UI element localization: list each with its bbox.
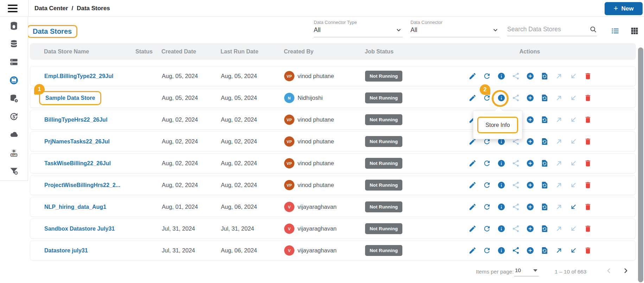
refresh-button[interactable] (483, 94, 491, 102)
restore-version-button[interactable] (540, 203, 549, 211)
import-arrow-button[interactable] (569, 116, 578, 124)
restore-version-button[interactable] (540, 116, 549, 124)
sidebar-item-cloud[interactable] (0, 126, 28, 144)
sidebar-item-data-stores[interactable] (0, 71, 28, 90)
import-arrow-button[interactable] (569, 181, 578, 189)
refresh-button[interactable] (483, 159, 491, 168)
delete-button[interactable] (584, 181, 592, 189)
export-arrow-button[interactable] (555, 181, 563, 189)
store-info-button[interactable] (497, 181, 505, 189)
import-arrow-button[interactable] (569, 225, 578, 233)
import-arrow-button[interactable] (569, 72, 578, 81)
restore-version-button[interactable] (540, 159, 549, 168)
delete-button[interactable] (584, 159, 592, 168)
edit-button[interactable] (468, 225, 477, 233)
import-arrow-button[interactable] (569, 137, 578, 146)
add-button[interactable] (526, 94, 534, 102)
import-arrow-button[interactable] (569, 159, 578, 168)
share-button[interactable] (511, 203, 520, 211)
add-button[interactable] (526, 72, 534, 81)
share-button[interactable] (511, 246, 520, 255)
import-arrow-button[interactable] (569, 203, 578, 211)
previous-page-button[interactable] (601, 264, 616, 278)
share-button[interactable] (511, 181, 520, 189)
sidebar-item-data-prep[interactable] (0, 162, 28, 180)
add-button[interactable] (526, 116, 534, 124)
delete-button[interactable] (584, 94, 592, 102)
export-arrow-button[interactable] (555, 116, 563, 124)
add-button[interactable] (526, 203, 534, 211)
edit-button[interactable] (468, 94, 477, 102)
export-arrow-button[interactable] (555, 246, 563, 255)
restore-version-button[interactable] (540, 72, 549, 81)
store-info-button[interactable] (497, 246, 505, 255)
grid-view-button[interactable] (629, 26, 640, 37)
sidebar-item-databases[interactable] (0, 35, 28, 53)
hamburger-menu-icon[interactable] (8, 4, 18, 13)
list-view-button[interactable] (610, 26, 620, 37)
delete-button[interactable] (584, 203, 592, 211)
restore-version-button[interactable] (540, 181, 549, 189)
datastore-name-link[interactable]: TaskWiseBilling22_26Jul (44, 160, 111, 166)
sidebar-item-datastore-home[interactable] (0, 17, 28, 35)
delete-button[interactable] (584, 225, 592, 233)
datastore-name-link[interactable]: NLP_hiring_data_Aug1 (44, 204, 106, 210)
export-arrow-button[interactable] (555, 72, 563, 81)
export-arrow-button[interactable] (555, 203, 563, 211)
add-button[interactable] (526, 225, 534, 233)
datastore-name-link[interactable]: Sandbox Datastore July31 (44, 226, 115, 232)
export-arrow-button[interactable] (555, 94, 563, 102)
edit-button[interactable] (468, 203, 477, 211)
search-input[interactable] (507, 26, 587, 33)
delete-button[interactable] (584, 72, 592, 81)
datastore-name-link[interactable]: PrjNamesTasks22_26Jul (44, 139, 110, 144)
store-info-button[interactable] (497, 203, 505, 211)
share-button[interactable] (511, 72, 520, 81)
refresh-button[interactable] (483, 225, 491, 233)
store-info-button[interactable] (497, 225, 505, 233)
edit-button[interactable] (468, 181, 477, 189)
vertical-scrollbar-thumb[interactable] (638, 47, 643, 282)
breadcrumb-data-center[interactable]: Data Center (34, 5, 68, 12)
import-arrow-button[interactable] (569, 246, 578, 255)
data-connector-type-select[interactable]: All (314, 25, 403, 37)
refresh-button[interactable] (483, 246, 491, 255)
restore-version-button[interactable] (540, 225, 549, 233)
add-button[interactable] (526, 159, 534, 168)
restore-version-button[interactable] (540, 94, 549, 102)
delete-button[interactable] (584, 137, 592, 146)
next-page-button[interactable] (618, 264, 633, 278)
breadcrumb-data-stores[interactable]: Data Stores (77, 5, 110, 12)
share-button[interactable] (511, 159, 520, 168)
new-button[interactable]: + New (605, 2, 643, 15)
add-button[interactable] (526, 246, 534, 255)
search-icon[interactable] (589, 26, 597, 33)
edit-button[interactable] (468, 246, 477, 255)
datastore-name-link[interactable]: Sample Data Store (45, 95, 95, 101)
add-button[interactable] (526, 137, 534, 146)
store-info-button[interactable] (497, 159, 505, 168)
edit-button[interactable] (468, 72, 477, 81)
delete-button[interactable] (584, 116, 592, 124)
refresh-button[interactable] (483, 181, 491, 189)
sidebar-item-database-settings[interactable] (0, 89, 28, 108)
store-info-button[interactable] (497, 72, 505, 81)
items-per-page-select[interactable]: 10 (514, 267, 539, 276)
restore-version-button[interactable] (540, 137, 549, 146)
sidebar-item-api[interactable]: API (0, 144, 28, 162)
add-button[interactable] (526, 181, 534, 189)
restore-version-button[interactable] (540, 246, 549, 255)
share-button[interactable] (511, 225, 520, 233)
datastore-name-link[interactable]: ProjectWiseBillingHrs22_2... (44, 182, 120, 188)
datastore-name-link[interactable]: BillingTypeHrs22_26Jul (44, 117, 107, 123)
export-arrow-button[interactable] (555, 225, 563, 233)
share-button[interactable] (511, 94, 520, 102)
data-connector-select[interactable]: All (410, 25, 499, 37)
refresh-button[interactable] (483, 72, 491, 81)
delete-button[interactable] (584, 246, 592, 255)
refresh-button[interactable] (483, 203, 491, 211)
datastore-name-link[interactable]: Empl.BillingType22_29Jul (44, 73, 113, 79)
sidebar-item-billing[interactable] (0, 108, 28, 126)
export-arrow-button[interactable] (555, 159, 563, 168)
sidebar-item-servers[interactable] (0, 53, 28, 71)
